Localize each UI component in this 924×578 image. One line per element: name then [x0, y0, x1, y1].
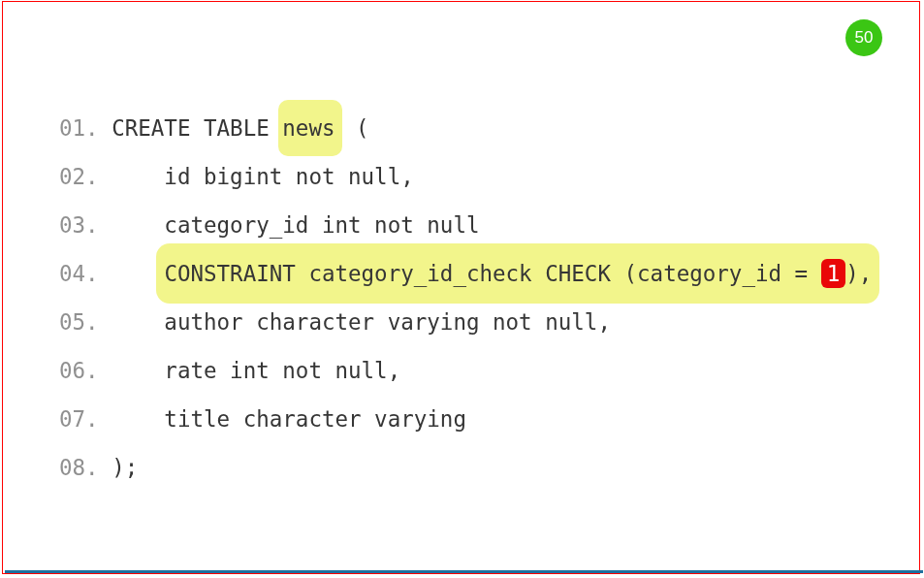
code-text: CREATE TABLE	[99, 104, 283, 152]
bottom-accent-bar	[5, 570, 923, 573]
code-line-8: 08. );	[59, 443, 879, 492]
code-line-3: 03. category_id int not null	[59, 201, 879, 249]
line-number: 08.	[59, 443, 99, 492]
code-text-indent	[99, 249, 165, 298]
code-line-1: 01. CREATE TABLE news (	[59, 104, 879, 152]
code-line-5: 05. author character varying not null,	[59, 298, 879, 346]
code-text: (	[342, 104, 368, 152]
line-number: 01.	[59, 104, 99, 152]
highlight-constraint-line: CONSTRAINT category_id_check CHECK (cate…	[156, 243, 879, 304]
slide-frame: 50 01. CREATE TABLE news ( 02. id bigint…	[2, 1, 920, 574]
line-number: 05.	[59, 298, 99, 346]
code-text: author character varying not null,	[99, 298, 611, 346]
highlight-tablename: news	[278, 100, 342, 156]
code-line-2: 02. id bigint not null,	[59, 152, 879, 201]
code-text: title character varying	[99, 395, 466, 443]
code-line-4: 04. CONSTRAINT category_id_check CHECK (…	[59, 249, 879, 298]
code-block: 01. CREATE TABLE news ( 02. id bigint no…	[59, 104, 879, 492]
constraint-pre: CONSTRAINT category_id_check CHECK (cate…	[164, 261, 820, 286]
slide-number-badge: 50	[845, 19, 882, 56]
highlight-value: 1	[821, 259, 846, 288]
line-number: 07.	[59, 395, 99, 443]
code-text: rate int not null,	[99, 346, 401, 395]
line-number: 03.	[59, 201, 99, 249]
code-text: id bigint not null,	[99, 152, 414, 201]
constraint-post: ),	[845, 261, 872, 286]
code-line-7: 07. title character varying	[59, 395, 879, 443]
code-text: category_id int not null	[99, 201, 480, 249]
code-line-6: 06. rate int not null,	[59, 346, 879, 395]
slide-number-text: 50	[855, 28, 874, 48]
line-number: 06.	[59, 346, 99, 395]
code-text: );	[99, 443, 139, 492]
line-number: 02.	[59, 152, 99, 201]
line-number: 04.	[59, 249, 99, 298]
